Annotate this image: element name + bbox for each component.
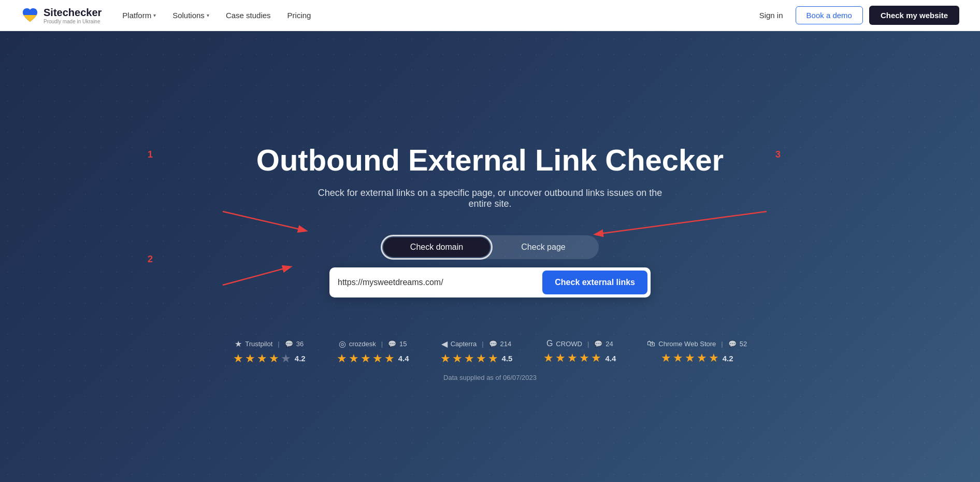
book-demo-button[interactable]: Book a demo: [796, 6, 863, 24]
comment-icon: 💬: [388, 340, 396, 348]
trustpilot-stars: ★ ★ ★ ★ ★ 4.2: [233, 352, 306, 365]
check-my-website-button[interactable]: Check my website: [869, 6, 959, 25]
logo-text: Sitechecker Proudly made in Ukraine: [44, 7, 102, 24]
tab-switcher: Check domain Check page: [381, 235, 599, 259]
nav-solutions[interactable]: Solutions ▾: [172, 11, 209, 20]
trustpilot-count: 36: [296, 340, 304, 348]
url-input-bar: Check external links: [329, 267, 651, 297]
capterra-stars: ★ ★ ★ ★ ★ 4.5: [440, 352, 513, 365]
logo[interactable]: Sitechecker Proudly made in Ukraine: [21, 6, 102, 25]
svg-line-3: [223, 267, 290, 285]
hero-subtitle: Check for external links on a specific p…: [309, 188, 671, 209]
g2crowd-icon: G: [546, 339, 553, 348]
svg-line-2: [223, 211, 306, 231]
logo-sub: Proudly made in Ukraine: [44, 19, 102, 24]
rating-g2crowd: G CROWD | 💬 24 ★ ★ ★ ★ ★ 4.4: [543, 339, 616, 365]
crozdesk-label: crozdesk: [349, 340, 376, 348]
page-title: Outbound External Link Checker: [256, 143, 724, 177]
svg-rect-1: [23, 15, 37, 22]
svg-rect-0: [23, 8, 37, 15]
nav-platform[interactable]: Platform ▾: [122, 11, 156, 20]
trustpilot-label: Trustpilot: [245, 340, 272, 348]
crowd-stars: ★ ★ ★ ★ ★ 4.4: [543, 351, 616, 365]
ratings-section: ★ Trustpilot | 💬 36 ★ ★ ★ ★ ★ 4.2 ◎ croz…: [233, 339, 747, 365]
rating-trustpilot: ★ Trustpilot | 💬 36 ★ ★ ★ ★ ★ 4.2: [233, 339, 306, 365]
check-external-links-button[interactable]: Check external links: [542, 271, 647, 294]
annotation-3: 3: [775, 149, 781, 160]
capterra-count: 214: [500, 340, 512, 348]
crowd-label: CROWD: [556, 340, 582, 348]
data-note: Data supplied as of 06/07/2023: [443, 374, 537, 381]
rating-chrome-web-store: 🛍 Chrome Web Store | 💬 52 ★ ★ ★ ★ ★ 4.2: [647, 339, 747, 365]
svg-line-4: [596, 211, 767, 234]
nav-pricing[interactable]: Pricing: [287, 11, 311, 20]
tab-check-page[interactable]: Check page: [490, 237, 597, 257]
crozdesk-icon: ◎: [339, 339, 346, 349]
comment-icon: 💬: [489, 340, 497, 348]
capterra-icon: ◀: [441, 339, 448, 349]
chrome-stars: ★ ★ ★ ★ ★ 4.2: [661, 351, 733, 365]
tab-check-domain[interactable]: Check domain: [383, 237, 490, 257]
hero-section: 1 2 3 Outbound External Link Checker Che…: [0, 31, 980, 482]
chevron-down-icon: ▾: [153, 12, 156, 18]
comment-icon: 💬: [728, 340, 737, 348]
comment-icon: 💬: [594, 340, 602, 348]
chevron-down-icon: ▾: [207, 12, 209, 18]
navbar: Sitechecker Proudly made in Ukraine Plat…: [0, 0, 980, 31]
rating-crozdesk: ◎ crozdesk | 💬 15 ★ ★ ★ ★ ★ 4.4: [337, 339, 409, 365]
annotation-1: 1: [148, 149, 153, 160]
rating-capterra: ◀ Capterra | 💬 214 ★ ★ ★ ★ ★ 4.5: [440, 339, 513, 365]
chrome-count: 52: [740, 340, 747, 348]
chrome-label: Chrome Web Store: [658, 340, 716, 348]
capterra-label: Capterra: [451, 340, 477, 348]
crowd-count: 24: [606, 340, 613, 348]
navbar-left: Sitechecker Proudly made in Ukraine Plat…: [21, 6, 311, 25]
navbar-right: Sign in Book a demo Check my website: [753, 6, 959, 25]
trustpilot-icon: ★: [235, 339, 242, 349]
crozdesk-stars: ★ ★ ★ ★ ★ 4.4: [337, 352, 409, 365]
logo-icon: [21, 6, 39, 25]
chrome-icon: 🛍: [647, 339, 655, 348]
url-input[interactable]: [338, 278, 542, 287]
crozdesk-count: 15: [399, 340, 407, 348]
annotation-2: 2: [148, 254, 153, 265]
comment-icon: 💬: [285, 340, 293, 348]
nav-case-studies[interactable]: Case studies: [226, 11, 271, 20]
nav-links: Platform ▾ Solutions ▾ Case studies Pric…: [122, 11, 311, 20]
logo-name: Sitechecker: [44, 7, 102, 19]
sign-in-button[interactable]: Sign in: [753, 7, 789, 24]
